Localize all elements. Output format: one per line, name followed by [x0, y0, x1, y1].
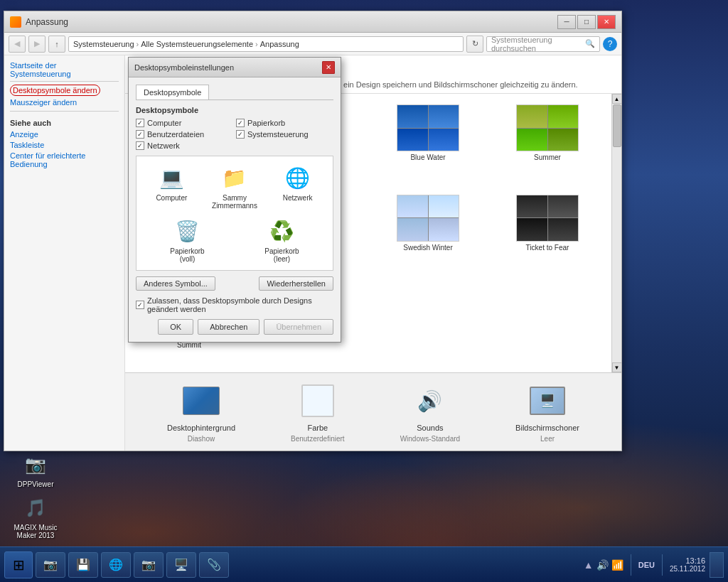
taskbar: ⊞ 📷 💾 🌐 📷 🖥️ 📎 ▲ 🔊 📶 DEU 13:16 25.11.201…: [0, 546, 728, 582]
refresh-button[interactable]: ↻: [466, 36, 483, 53]
checkbox-computer-label: Computer: [147, 119, 181, 127]
dppviewer-label: DPPViewer: [18, 480, 54, 488]
theme-item-ticket[interactable]: Ticket to Fear: [491, 191, 604, 276]
allow-change-label: Zulassen, dass Desktopsymbole durch Desi…: [147, 296, 333, 313]
bottom-item-screensaver[interactable]: 🖥️ Bildschirmschoner Leer: [515, 381, 579, 443]
taskbar-app-3[interactable]: 🌐: [101, 552, 131, 578]
theme-label-ticket: Ticket to Fear: [526, 244, 569, 252]
minimize-button[interactable]: ─: [557, 15, 576, 29]
up-button[interactable]: ↑: [48, 36, 65, 53]
back-button[interactable]: ◀: [9, 36, 26, 53]
restore-button[interactable]: Wiederherstellen: [259, 276, 333, 291]
sidebar-link-desktop-icons[interactable]: Desktopsymbole ändern: [10, 85, 100, 96]
toolbar: ◀ ▶ ↑ Systemsteuerung › Alle Systemsteue…: [4, 33, 621, 55]
taskbar-app-2[interactable]: 💾: [68, 552, 98, 578]
sidebar-link-startseite[interactable]: Startseite der Systemsteuerung: [10, 61, 119, 78]
screensaver-icon: 🖥️: [540, 393, 555, 409]
taskbar-network-icon[interactable]: 📶: [611, 559, 623, 571]
checkbox-netzwerk-cb[interactable]: [136, 141, 144, 150]
sidebar-link-anzeige[interactable]: Anzeige: [10, 130, 119, 139]
scroll-down[interactable]: ▼: [612, 362, 622, 372]
theme-preview-ticket: [516, 195, 579, 242]
sidebar-link-mouse[interactable]: Mauszeiger ändern: [10, 98, 119, 107]
taskbar-app-icon-4: 📷: [140, 556, 157, 573]
taskbar-app-6[interactable]: 📎: [199, 552, 229, 578]
sidebar-section-see-also: Siehe auch: [10, 119, 119, 127]
sidebar-link-taskleiste[interactable]: Taskleiste: [10, 141, 119, 149]
theme-item-summer[interactable]: Summer: [491, 101, 604, 185]
taskbar-clock[interactable]: 13:16 25.11.2012: [670, 556, 705, 573]
help-button[interactable]: ?: [603, 37, 617, 51]
desktop-icon-dppviewer[interactable]: 📷 DPPViewer: [11, 451, 60, 488]
dialog-icon-sammy[interactable]: 📁 Sammy Zimmermanns: [213, 163, 256, 210]
sidebar-link-center[interactable]: Center für erleichterte Bedienung: [10, 151, 119, 168]
checkbox-papierkorb-label: Papierkorb: [247, 119, 285, 127]
dialog-tab-desktop[interactable]: Desktopsymbole: [136, 85, 209, 99]
taskbar-app-1[interactable]: 📷: [36, 552, 65, 578]
magix-label: MAGIX Music Maker 2013: [11, 524, 60, 539]
dialog-title-bar: Desktopsymboleinstellungen ✕: [129, 58, 341, 77]
taskbar-sound-icon[interactable]: 🔊: [596, 559, 609, 571]
sounds-sublabel: Windows-Standard: [400, 435, 460, 443]
desktop-icon-magix[interactable]: 🎵 MAGIX Music Maker 2013: [11, 494, 60, 539]
sounds-label: Sounds: [417, 424, 443, 432]
allow-change-checkbox-row[interactable]: Zulassen, dass Desktopsymbole durch Desi…: [136, 296, 333, 313]
checkbox-systemsteuerung-label: Systemsteuerung: [247, 130, 309, 139]
sidebar: Startseite der Systemsteuerung Desktopsy…: [4, 55, 125, 451]
checkbox-netzwerk[interactable]: Netzwerk: [136, 141, 233, 150]
show-desktop-button[interactable]: [710, 552, 724, 578]
screensaver-icon-wrap: 🖥️: [528, 381, 567, 421]
apply-button[interactable]: Übernehmen: [264, 319, 333, 335]
sounds-icon-wrap: 🔊: [410, 381, 450, 421]
checkbox-benutzerdateien[interactable]: Benutzerdateien: [136, 130, 233, 139]
sammy-icon-label: Sammy Zimmermanns: [212, 194, 257, 210]
checkbox-computer-cb[interactable]: [136, 119, 144, 127]
other-symbol-button[interactable]: Anderes Symbol...: [136, 276, 215, 291]
dialog-icon-netzwerk[interactable]: 🌐 Netzwerk: [277, 163, 319, 202]
checkbox-benutzerdateien-cb[interactable]: [136, 130, 144, 139]
scrollbar[interactable]: ▲ ▼: [611, 94, 621, 372]
sammy-icon: 📁: [220, 163, 249, 192]
address-segment-1: Systemsteuerung: [73, 40, 134, 48]
start-button[interactable]: ⊞: [4, 551, 33, 578]
allow-change-cb[interactable]: [136, 301, 144, 309]
scroll-up[interactable]: ▲: [612, 94, 622, 104]
screensaver-preview: 🖥️: [530, 387, 565, 415]
dialog-close-button[interactable]: ✕: [322, 61, 335, 74]
maximize-button[interactable]: □: [577, 15, 596, 29]
forward-button[interactable]: ▶: [28, 36, 46, 53]
dialog-icon-papierkorb-leer[interactable]: ♻️ Papierkorb (leer): [261, 217, 304, 263]
checkbox-systemsteuerung[interactable]: Systemsteuerung: [236, 130, 333, 139]
dialog-tab-bar: Desktopsymbole: [136, 85, 333, 100]
checkbox-papierkorb[interactable]: Papierkorb: [236, 119, 333, 127]
bottom-item-sounds[interactable]: 🔊 Sounds Windows-Standard: [400, 381, 460, 443]
address-segment-2: Alle Systemsteuerungselemente: [141, 40, 253, 48]
bottom-item-background[interactable]: Desktophintergrund Diashow: [167, 381, 235, 443]
taskbar-app-4[interactable]: 📷: [134, 552, 164, 578]
scroll-thumb[interactable]: [613, 104, 621, 147]
theme-item-swedish[interactable]: Swedish Winter: [371, 191, 485, 276]
cancel-button[interactable]: Abbrechen: [198, 319, 259, 335]
checkbox-computer[interactable]: Computer: [136, 119, 233, 127]
taskbar-chevron-icon[interactable]: ▲: [584, 559, 594, 571]
checkbox-papierkorb-cb[interactable]: [236, 119, 245, 127]
scroll-track[interactable]: [612, 104, 621, 362]
color-sublabel: Benutzerdefiniert: [291, 435, 345, 443]
color-icon-wrap: [298, 381, 338, 421]
taskbar-app-5[interactable]: 🖥️: [166, 552, 196, 578]
dialog-icons-area: 💻 Computer 📁 Sammy Zimmermanns 🌐 Netzwer…: [136, 156, 333, 271]
taskbar-divider-2: [662, 554, 663, 576]
close-button[interactable]: ✕: [597, 15, 616, 29]
theme-item-blue[interactable]: Blue Water: [371, 101, 485, 185]
bottom-item-color[interactable]: Farbe Benutzerdefiniert: [291, 381, 345, 443]
dialog-icon-computer[interactable]: 💻 Computer: [150, 163, 193, 202]
search-box[interactable]: Systemsteuerung durchsuchen 🔍: [486, 36, 600, 52]
address-segment-3: Anpassung: [260, 40, 299, 48]
checkbox-benutzerdateien-label: Benutzerdateien: [147, 130, 204, 139]
sound-icon: 🔊: [414, 384, 446, 417]
ok-button[interactable]: OK: [158, 319, 193, 335]
address-bar[interactable]: Systemsteuerung › Alle Systemsteuerungse…: [68, 36, 464, 52]
dialog-icon-papierkorb-voll[interactable]: 🗑️ Papierkorb (voll): [166, 217, 209, 263]
taskbar-app-icon-3: 🌐: [107, 556, 124, 573]
checkbox-systemsteuerung-cb[interactable]: [236, 130, 245, 139]
